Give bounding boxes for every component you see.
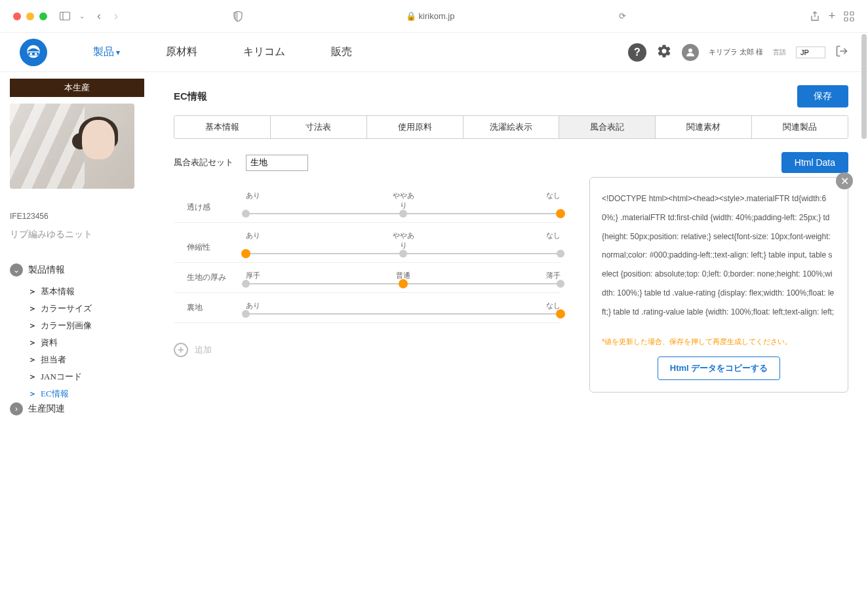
arrow-icon: ＞	[28, 303, 37, 315]
minimize-window-button[interactable]	[26, 12, 34, 20]
page-title: EC情報	[174, 90, 207, 103]
side-section-production[interactable]: › 生産関連	[10, 402, 144, 415]
app-logo[interactable]	[20, 39, 47, 66]
share-icon[interactable]	[809, 11, 821, 22]
product-image	[10, 104, 134, 189]
close-window-button[interactable]	[13, 12, 21, 20]
svg-rect-5	[850, 18, 854, 21]
app-header: 製品 原材料 キリコム 販売 ? キリプラ 太郎 様 言語	[0, 33, 868, 72]
sidebar-item-label: EC情報	[41, 388, 69, 400]
window-controls	[13, 12, 47, 20]
maximize-window-button[interactable]	[39, 12, 47, 20]
product-code: IFE123456	[10, 212, 144, 221]
top-nav: 製品 原材料 キリコム 販売	[70, 45, 375, 59]
slider-option-label: あり	[246, 301, 272, 311]
slider-stop[interactable]	[557, 250, 564, 258]
close-icon[interactable]: ✕	[836, 172, 853, 189]
sidebar-toggle-icon[interactable]	[59, 12, 71, 20]
set-input[interactable]	[246, 155, 308, 171]
add-label: 追加	[195, 344, 212, 356]
slider-stop[interactable]	[242, 310, 250, 318]
save-button[interactable]: 保存	[797, 85, 848, 107]
tab[interactable]: 使用原料	[367, 116, 464, 138]
html-code-content[interactable]: <!DOCTYPE html><html><head><style>.mater…	[602, 189, 836, 327]
plus-icon: +	[174, 343, 188, 357]
slider-stop[interactable]	[242, 210, 250, 218]
slider-stop[interactable]	[241, 249, 250, 258]
sidebar-item[interactable]: ＞カラーサイズ	[28, 300, 144, 317]
tab[interactable]: 基本情報	[174, 116, 271, 138]
sidebar-item[interactable]: ＞カラー別画像	[28, 317, 144, 334]
sidebar-item-label: JANコード	[41, 371, 82, 383]
sidebar-item-label: 担当者	[41, 354, 66, 366]
arrow-icon: ＞	[28, 371, 37, 383]
refresh-icon[interactable]: ⟳	[616, 11, 628, 21]
side-nav: ⌄ 製品情報 ＞基本情報＞カラーサイズ＞カラー別画像＞資料＞担当者＞JANコード…	[10, 263, 144, 415]
sidebar-item[interactable]: ＞資料	[28, 334, 144, 351]
help-icon[interactable]: ?	[628, 43, 646, 62]
tab[interactable]: 関連素材	[656, 116, 752, 138]
html-data-button[interactable]: Html Data	[781, 152, 848, 173]
sidebar-item-label: 基本情報	[41, 286, 75, 298]
html-note: *値を更新した場合、保存を押して再度生成してください。	[602, 337, 836, 347]
slider-option-label: なし	[534, 301, 561, 311]
forward-icon[interactable]: ›	[110, 9, 122, 23]
scrollbar[interactable]	[861, 34, 867, 139]
logout-icon[interactable]	[835, 45, 848, 60]
url-text: kirikom.jp	[419, 11, 455, 21]
browser-toolbar: ⌄ ‹ › 🔒kirikom.jp ⟳ +	[0, 0, 868, 33]
set-label: 風合表記セット	[174, 157, 246, 168]
slider-option-label: あり	[246, 231, 272, 250]
sidebar-item-label: カラー別画像	[41, 320, 92, 332]
slider-stop[interactable]	[399, 279, 408, 288]
lang-select[interactable]	[796, 47, 825, 58]
tab[interactable]: 風合表記	[559, 116, 656, 138]
slider-stop[interactable]	[242, 280, 250, 288]
sidebar-item[interactable]: ＞EC情報	[28, 385, 144, 402]
sidebar-item[interactable]: ＞基本情報	[28, 283, 144, 300]
sidebar-item[interactable]: ＞JANコード	[28, 368, 144, 385]
slider-control[interactable]: ありややありなし	[246, 191, 561, 214]
chevron-right-icon: ›	[10, 402, 23, 415]
svg-point-9	[30, 52, 32, 55]
tab[interactable]: 関連製品	[752, 116, 848, 138]
nav-materials[interactable]: 原材料	[143, 45, 220, 59]
nav-kirikom[interactable]: キリコム	[220, 45, 308, 59]
slider-label: 裏地	[174, 302, 246, 315]
sidebar: 本生産 IFE123456 リブ編みゆるニット ⌄ 製品情報 ＞基本情報＞カラー…	[0, 72, 154, 616]
arrow-icon: ＞	[28, 388, 37, 400]
slider-stop[interactable]	[557, 280, 564, 288]
slider-stop[interactable]	[399, 250, 407, 258]
tab[interactable]: 寸法表	[271, 116, 367, 138]
svg-rect-2	[844, 12, 848, 15]
nav-products[interactable]: 製品	[70, 45, 143, 59]
slider-stop[interactable]	[556, 209, 565, 218]
slider-stop[interactable]	[556, 309, 565, 318]
shield-icon[interactable]	[232, 11, 244, 22]
nav-sales[interactable]: 販売	[308, 45, 375, 59]
user-avatar-icon[interactable]	[682, 44, 699, 61]
slider-label: 透け感	[174, 202, 246, 214]
production-type-badge: 本生産	[10, 79, 144, 97]
tabs-overview-icon[interactable]	[843, 11, 855, 22]
lock-icon: 🔒	[406, 11, 416, 21]
sidebar-item[interactable]: ＞担当者	[28, 351, 144, 368]
new-tab-icon[interactable]: +	[826, 9, 838, 23]
settings-icon[interactable]	[656, 43, 672, 61]
tab[interactable]: 洗濯絵表示	[464, 116, 560, 138]
slider-control[interactable]: 厚手普通薄手	[246, 271, 561, 284]
slider-stop[interactable]	[399, 210, 407, 218]
slider-control[interactable]: ありややありなし	[246, 231, 561, 254]
chevron-down-icon[interactable]: ⌄	[76, 12, 88, 20]
back-icon[interactable]: ‹	[93, 9, 105, 23]
svg-rect-8	[28, 52, 39, 56]
html-data-panel: ✕ <!DOCTYPE html><html><head><style>.mat…	[589, 177, 848, 393]
url-bar[interactable]: 🔒kirikom.jp	[249, 11, 611, 21]
copy-html-button[interactable]: Html データをコピーする	[658, 356, 781, 380]
content-area: EC情報 保存 基本情報寸法表使用原料洗濯絵表示風合表記関連素材関連製品 風合表…	[154, 72, 868, 616]
arrow-icon: ＞	[28, 286, 37, 298]
arrow-icon: ＞	[28, 354, 37, 366]
arrow-icon: ＞	[28, 320, 37, 332]
side-section-product-info[interactable]: ⌄ 製品情報	[10, 263, 144, 277]
slider-control[interactable]: ありなし	[246, 301, 561, 315]
